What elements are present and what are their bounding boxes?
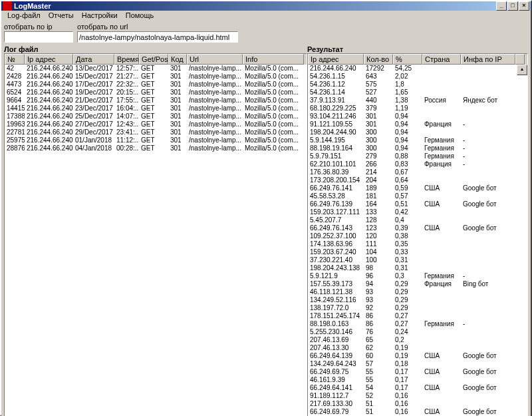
table-row[interactable]: 91.189.112.7520,16	[308, 392, 527, 400]
log-col-header[interactable]: Дата	[73, 54, 114, 65]
table-row[interactable]: 174.138.63.961110,35	[308, 240, 527, 248]
table-row[interactable]: 46.161.9.39550,17	[308, 376, 527, 384]
table-row[interactable]: 66.249.69.79510,16СШАGoogle бот	[308, 408, 527, 416]
table-row[interactable]: 2428216.244.66.24015/Dec/201721:27:...GE…	[5, 73, 307, 81]
table-row[interactable]: 62.210.101.1012660,83Франция-	[308, 160, 527, 168]
table-row[interactable]: 217.69.133.30510,16	[308, 400, 527, 408]
table-row[interactable]: 5.9.79.1512790,88Германия-	[308, 152, 527, 160]
table-row[interactable]: 138.197.72.0920,29	[308, 304, 527, 312]
table-row[interactable]: 134.249.52.116930,29	[308, 296, 527, 304]
table-row[interactable]: 159.203.67.2401040,33	[308, 248, 527, 256]
menu-help[interactable]: Помощь	[122, 11, 158, 20]
table-row[interactable]: 5.255.230.146760,24	[308, 328, 527, 336]
table-row[interactable]: 207.46.13.69650,2	[308, 336, 527, 344]
filter-url-label: отобрать по url	[77, 23, 238, 31]
filter-ip-label: отобрать по ip	[4, 23, 73, 31]
table-row[interactable]: 178.151.245.174860,27	[308, 312, 527, 320]
result-col-header[interactable]: Инфа по IP	[461, 54, 515, 65]
app-icon	[3, 1, 12, 11]
table-row[interactable]: 42216.244.66.24013/Dec/201712:57:...GET3…	[5, 65, 307, 73]
result-col-header[interactable]: Кол-во	[364, 54, 393, 65]
table-row[interactable]: 66.249.64.141540,17СШАGoogle бот	[308, 384, 527, 392]
table-row[interactable]: 5.9.121.9960,3Германия-	[308, 272, 527, 280]
table-row[interactable]: 198.204.243.138980,31	[308, 264, 527, 272]
log-col-header[interactable]: Время	[114, 54, 139, 65]
table-row[interactable]: 216.244.66.2401729254,25	[308, 65, 527, 73]
table-row[interactable]: 66.249.64.139600,19СШАGoogle бот	[308, 352, 527, 360]
right-table-title: Результат	[307, 45, 343, 53]
result-col-header[interactable]: Страна	[422, 54, 461, 65]
table-row[interactable]: 54.236.1.145271,65	[308, 89, 527, 97]
table-row[interactable]: 157.55.39.173940,29ФранцияBing бот	[308, 280, 527, 288]
table-row[interactable]: 46.118.121.38930,29	[308, 288, 527, 296]
result-table: Ip адресКол-во%СтранаИнфа по IP 216.244.…	[307, 53, 528, 416]
table-row[interactable]: 45.58.53.281810,57	[308, 192, 527, 200]
log-table-body[interactable]: 42216.244.66.24013/Dec/201712:57:...GET3…	[5, 65, 307, 416]
table-row[interactable]: 37.9.113.914401,38РоссияЯндекс бот	[308, 97, 527, 104]
titlebar[interactable]: LogMaster _ □ ×	[1, 1, 531, 11]
table-row[interactable]: 14415216.244.66.24023/Dec/201716:04:...G…	[5, 104, 307, 112]
table-row[interactable]: 88.198.19.1643000,94Германия-	[308, 144, 527, 152]
scroll-up-button[interactable]: ▴	[517, 65, 527, 75]
table-row[interactable]: 28876216.244.66.24004/Jan/201800:28:...G…	[5, 144, 307, 152]
filter-url-input[interactable]	[77, 31, 238, 43]
table-row[interactable]: 91.121.109.553010,94Франция-	[308, 120, 527, 128]
table-row[interactable]: 93.104.211.2463010,94	[308, 112, 527, 120]
scroll-header	[515, 54, 525, 65]
maximize-button[interactable]: □	[507, 1, 518, 11]
result-table-body[interactable]: 216.244.66.2401729254,2554.236.1.156432,…	[308, 65, 527, 416]
table-row[interactable]: 207.46.13.30620,19	[308, 344, 527, 352]
table-row[interactable]: 173.208.200.1542040,64	[308, 176, 527, 184]
left-table-title: Лог файл	[4, 45, 307, 53]
log-table: №Ip адресДатаВремяGet/PostКодUrlInfo 422…	[4, 53, 307, 416]
table-row[interactable]: 198.204.244.903000,94	[308, 128, 527, 136]
menu-logfile[interactable]: Log-файл	[3, 11, 45, 20]
log-col-header[interactable]: Url	[187, 54, 243, 65]
table-row[interactable]: 17388216.244.66.24025/Dec/201714:07:...G…	[5, 112, 307, 120]
table-row[interactable]: 22781216.244.66.24029/Dec/201723:41:...G…	[5, 128, 307, 136]
table-row[interactable]: 37.230.221.401000,31	[308, 256, 527, 264]
table-row[interactable]: 19963216.244.66.24027/Dec/201712:43:...G…	[5, 120, 307, 128]
log-col-header[interactable]: Код	[168, 54, 187, 65]
log-col-header[interactable]: №	[5, 54, 25, 65]
table-row[interactable]: 66.249.76.1411890,59СШАGoogle бот	[308, 184, 527, 192]
close-button[interactable]: ×	[519, 1, 529, 11]
table-row[interactable]: 66.249.76.1391640,51СШАGoogle бот	[308, 200, 527, 208]
table-row[interactable]: 176.36.80.392140,67	[308, 168, 527, 176]
log-col-header[interactable]: Ip адрес	[25, 54, 73, 65]
menubar: Log-файл Отчеты Настройки Помощь	[1, 11, 531, 20]
menu-settings[interactable]: Настройки	[78, 11, 122, 20]
table-row[interactable]: 109.252.37.1001200,38	[308, 232, 527, 240]
window-title: LogMaster	[14, 2, 496, 10]
table-row[interactable]: 25975216.244.66.24001/Jan/201811:12:...G…	[5, 136, 307, 144]
table-row[interactable]: 5.9.144.1953000,94Германия-	[308, 136, 527, 144]
filter-ip-input[interactable]	[4, 31, 73, 43]
result-col-header[interactable]: %	[393, 54, 422, 65]
table-row[interactable]: 5.45.207.71280,4	[308, 216, 527, 224]
table-row[interactable]: 134.249.64.243570,18	[308, 360, 527, 368]
table-row[interactable]: 68.180.229.2253791,19	[308, 104, 527, 112]
table-row[interactable]: 54.236.1.125751,8	[308, 81, 527, 89]
log-col-header[interactable]: Get/Post	[139, 54, 168, 65]
table-row[interactable]: 9664216.244.66.24021/Dec/201717:55:...GE…	[5, 97, 307, 104]
minimize-button[interactable]: _	[496, 1, 507, 11]
table-row[interactable]: 4473216.244.66.24017/Dec/201722:32:...GE…	[5, 81, 307, 89]
table-row[interactable]: 54.236.1.156432,02	[308, 73, 527, 81]
table-row[interactable]: 66.249.69.75550,17СШАGoogle бот	[308, 368, 527, 376]
log-col-header[interactable]: Info	[243, 54, 304, 65]
table-row[interactable]: 66.249.76.1431230,39СШАGoogle бот	[308, 224, 527, 232]
table-row[interactable]: 6524216.244.66.24019/Dec/201720:15:...GE…	[5, 89, 307, 97]
menu-reports[interactable]: Отчеты	[45, 11, 78, 20]
result-col-header[interactable]: Ip адрес	[308, 54, 364, 65]
table-row[interactable]: 159.203.127.1111330,42	[308, 208, 527, 216]
main-window: LogMaster _ □ × Log-файл Отчеты Настройк…	[0, 0, 532, 416]
table-row[interactable]: 88.198.0.163860,27Германия-	[308, 320, 527, 328]
